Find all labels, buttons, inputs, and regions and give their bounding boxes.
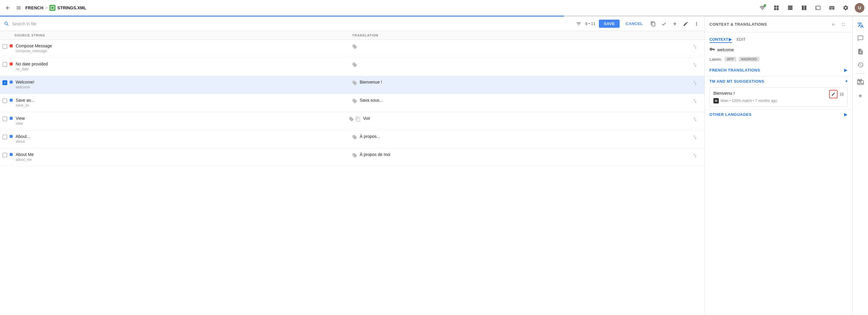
row1-status — [10, 44, 16, 47]
row2-checkbox[interactable] — [2, 62, 7, 67]
history-icon-button[interactable] — [855, 59, 867, 71]
row5-source-key: view — [16, 121, 345, 125]
row4-tag[interactable] — [352, 98, 358, 105]
row5-tag[interactable] — [349, 116, 361, 123]
table-body: Compose Message compose_message — [0, 40, 704, 315]
row7-tag[interactable] — [352, 152, 358, 159]
cancel-button[interactable]: CANCEL — [622, 20, 647, 28]
row6-tag[interactable] — [352, 134, 358, 141]
french-translations-section[interactable]: FRENCH TRANSLATIONS ▶ — [705, 64, 852, 76]
sort-icon[interactable] — [692, 116, 698, 123]
document-icon-button[interactable] — [855, 46, 867, 58]
avatar[interactable]: U — [855, 3, 864, 13]
breadcrumb-separator: > — [45, 5, 48, 10]
row6-status-dot — [10, 135, 13, 138]
layout2-icon-button[interactable] — [785, 3, 795, 13]
comment-icon-button[interactable] — [855, 32, 867, 45]
settings-icon-button[interactable] — [841, 3, 850, 13]
row5-status — [10, 116, 16, 120]
row2-tag[interactable] — [352, 62, 358, 69]
other-languages-chevron: ▶ — [844, 112, 847, 117]
sort-icon[interactable] — [692, 98, 698, 105]
suggestion-meta-text: Main • 100% match • 7 months ago — [721, 99, 777, 103]
row3-translation-text: Bienvenue ! — [360, 80, 382, 84]
search-bar: 8 • 11 SAVE CANCEL — [0, 17, 704, 31]
check-button[interactable] — [660, 20, 668, 28]
suggestion-text: Bienvenu ! — [710, 87, 847, 97]
row6-translation-text: À propos... — [360, 134, 380, 139]
edit-tab[interactable]: EDIT — [737, 37, 746, 43]
file-check-icon-button[interactable] — [855, 76, 867, 88]
streaming-icon-button[interactable] — [758, 3, 767, 13]
row4-source-main: Save as... — [16, 98, 348, 103]
tag-icon[interactable] — [352, 135, 358, 141]
row6-actions — [692, 134, 702, 141]
row2-source: No date provided no_date — [16, 62, 352, 71]
row5-checkbox[interactable] — [2, 116, 7, 121]
layout1-icon-button[interactable] — [772, 3, 781, 13]
labels-prefix: Labels: — [710, 57, 722, 62]
sort-icon[interactable] — [692, 80, 698, 87]
row2-source-main: No date provided — [16, 62, 348, 66]
sort-icon[interactable] — [692, 44, 698, 51]
save-button[interactable]: SAVE — [599, 20, 619, 28]
row4-status-dot — [10, 99, 13, 102]
topbar-left: FRENCH > STRINGS.XML — [4, 4, 86, 12]
context-tab[interactable]: CONTEXT ▶ — [710, 37, 732, 43]
context-tab-label: CONTEXT — [710, 37, 728, 41]
add-button[interactable] — [671, 20, 679, 28]
suggestion-save-button[interactable] — [838, 90, 846, 98]
row4-checkbox[interactable] — [2, 98, 7, 103]
sort-icon[interactable] — [692, 153, 698, 159]
filter-button[interactable] — [575, 20, 583, 28]
far-right-divider — [856, 73, 865, 74]
search-count: 8 • 11 — [585, 22, 595, 26]
tag-icon[interactable] — [352, 80, 358, 87]
table-header: SOURCE STRING TRANSLATION — [0, 31, 704, 40]
tag-icon[interactable] — [352, 44, 358, 51]
tag-icon[interactable] — [352, 153, 358, 159]
translate-icon-button[interactable] — [855, 19, 867, 31]
row5-source-main: View — [16, 116, 345, 121]
sort-icon[interactable] — [692, 135, 698, 141]
row7-checkbox[interactable] — [2, 153, 7, 158]
row1-checkbox[interactable] — [2, 44, 7, 49]
sort-icon[interactable] — [692, 62, 698, 69]
layout3-icon-button[interactable] — [799, 3, 809, 13]
expand-panel-icon[interactable] — [839, 20, 847, 29]
left-panel: 8 • 11 SAVE CANCEL SOURCE STRING TRANSLA… — [0, 17, 705, 315]
edit-button[interactable] — [681, 20, 690, 28]
file-icon — [50, 5, 56, 11]
tag-icon[interactable] — [349, 116, 354, 123]
copy-icon[interactable] — [355, 116, 361, 123]
row4-translation-text: Sava sous... — [360, 98, 383, 103]
row1-tag[interactable] — [352, 44, 358, 51]
tag-icon[interactable] — [352, 62, 358, 69]
copy-button[interactable] — [649, 20, 657, 28]
row3-tag[interactable] — [352, 80, 358, 87]
french-translations-title: FRENCH TRANSLATIONS — [710, 68, 844, 73]
suggestion-edit-button[interactable] — [829, 90, 838, 98]
tm-suggestions-header[interactable]: TM AND MT SUGGESTIONS ▾ — [705, 76, 852, 86]
file-name: STRINGS.XML — [57, 5, 86, 10]
project-title: FRENCH — [25, 5, 43, 10]
tag-icon[interactable] — [352, 98, 358, 105]
tm-chevron: ▾ — [845, 79, 847, 84]
row7-translation: À propos de moi — [358, 152, 692, 157]
row6-checkbox[interactable] — [2, 135, 7, 139]
more-button[interactable] — [692, 20, 701, 28]
row5-translation-text: Voir — [363, 116, 370, 121]
back-button[interactable] — [4, 4, 12, 12]
menu-button[interactable] — [14, 4, 23, 12]
terminal-icon-button[interactable] — [813, 3, 823, 13]
row4-checkbox-container — [2, 98, 10, 103]
row7-source-main: About Me — [16, 152, 348, 157]
close-panel-icon[interactable] — [830, 20, 838, 29]
search-input[interactable] — [12, 22, 572, 26]
keyboard-icon-button[interactable] — [827, 3, 837, 13]
row3-actions — [692, 80, 702, 87]
other-languages-section[interactable]: OTHER LANGUAGES ▶ — [705, 109, 852, 119]
row3-checkbox[interactable] — [2, 80, 7, 85]
add-icon-button[interactable]: + — [855, 90, 866, 102]
main-content: 8 • 11 SAVE CANCEL SOURCE STRING TRANSLA… — [0, 17, 868, 315]
